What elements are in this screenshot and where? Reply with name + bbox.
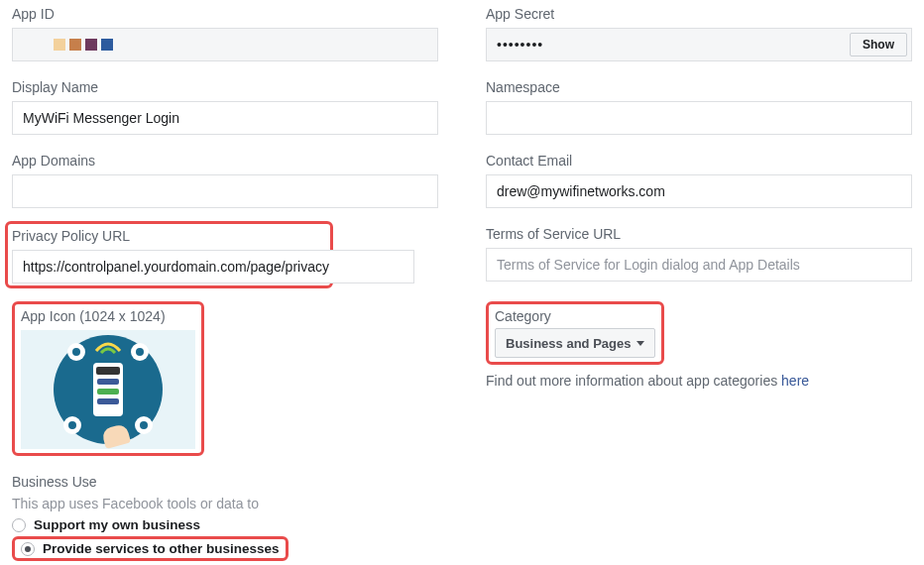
person-icon: [67, 343, 85, 361]
contact-email-input[interactable]: [486, 174, 912, 208]
business-use-option-highlight: Provide services to other businesses: [12, 536, 289, 561]
category-hint-link[interactable]: here: [781, 373, 809, 389]
app-icon-label: App Icon (1024 x 1024): [21, 308, 195, 324]
app-secret-value: •••••••• Show: [486, 28, 912, 61]
category-selected: Business and Pages: [506, 336, 631, 351]
app-secret-masked: ••••••••: [497, 37, 543, 53]
business-use-section: Business Use This app uses Facebook tool…: [12, 474, 912, 561]
display-name-label: Display Name: [12, 79, 438, 95]
category-label: Category: [495, 308, 655, 324]
app-secret-label: App Secret: [486, 6, 912, 22]
person-icon: [131, 343, 149, 361]
radio-icon: [21, 542, 35, 556]
app-id-value: [12, 28, 438, 61]
app-icon-preview[interactable]: [21, 330, 195, 449]
phone-icon: [93, 363, 123, 416]
category-hint: Find out more information about app cate…: [486, 373, 912, 389]
app-domains-input[interactable]: [12, 174, 438, 208]
business-use-option-label: Support my own business: [34, 517, 200, 532]
show-secret-button[interactable]: Show: [850, 33, 907, 56]
contact-email-label: Contact Email: [486, 153, 912, 169]
business-use-option[interactable]: Provide services to other businesses: [21, 541, 280, 556]
radio-icon: [12, 518, 26, 532]
person-icon: [135, 416, 153, 434]
business-use-option-label: Provide services to other businesses: [43, 541, 280, 556]
tos-url-input[interactable]: [486, 248, 912, 282]
privacy-url-input[interactable]: [12, 250, 414, 283]
app-id-redacted: [23, 29, 113, 60]
hand-icon: [101, 423, 131, 449]
category-select[interactable]: Business and Pages: [495, 328, 655, 358]
person-icon: [63, 416, 81, 434]
namespace-label: Namespace: [486, 79, 912, 95]
display-name-input[interactable]: [12, 101, 438, 135]
business-use-heading: Business Use: [12, 474, 912, 490]
app-id-label: App ID: [12, 6, 438, 22]
chevron-down-icon: [636, 341, 644, 346]
app-domains-label: App Domains: [12, 153, 438, 169]
privacy-url-highlight: Privacy Policy URL: [5, 221, 333, 288]
category-highlight: Category Business and Pages: [486, 301, 664, 365]
privacy-url-label: Privacy Policy URL: [12, 228, 326, 244]
app-icon-highlight: App Icon (1024 x 1024): [12, 301, 204, 456]
tos-url-label: Terms of Service URL: [486, 226, 912, 242]
business-use-subtext: This app uses Facebook tools or data to: [12, 496, 912, 511]
business-use-option[interactable]: Support my own business: [12, 517, 912, 532]
wifi-icon: [94, 341, 122, 355]
namespace-input[interactable]: [486, 101, 912, 135]
